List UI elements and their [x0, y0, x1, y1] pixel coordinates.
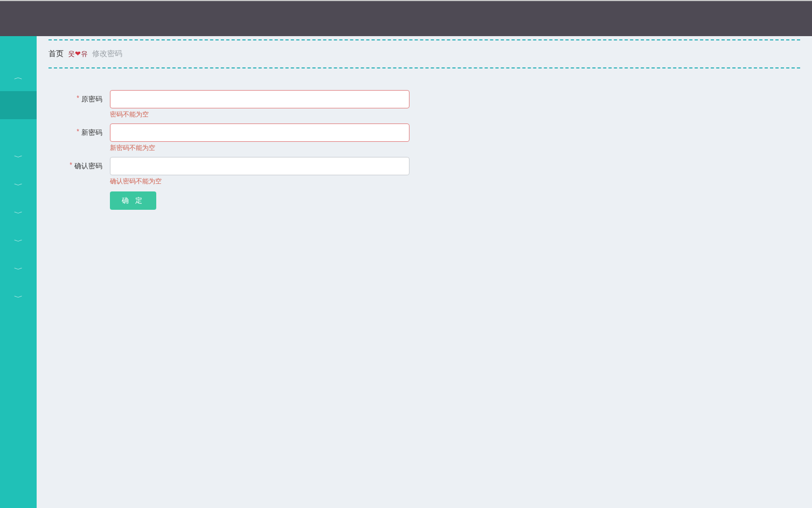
sidebar-item-7[interactable]: ﹀	[0, 255, 37, 283]
form-row-old-password: *原密码 密码不能为空	[45, 90, 800, 121]
error-old-password: 密码不能为空	[110, 111, 410, 118]
chevron-down-icon: ﹀	[14, 210, 23, 216]
breadcrumb-home[interactable]: 首页	[48, 49, 64, 59]
input-old-password[interactable]	[110, 90, 410, 108]
chevron-down-icon: ﹀	[14, 294, 23, 300]
form-submit-row: 确 定	[45, 191, 800, 210]
main-content: 首页 웃❤유 修改密码 *原密码 密码不能为空 *新密码 新密码不能为空	[37, 36, 812, 508]
sidebar-item-3[interactable]: ﹀	[0, 143, 37, 171]
input-new-password[interactable]	[110, 123, 410, 142]
sidebar-item-0[interactable]: ︿	[0, 63, 37, 91]
chevron-down-icon: ﹀	[14, 266, 23, 272]
change-password-form: *原密码 密码不能为空 *新密码 新密码不能为空 *确认密码 确认密码不能为空	[45, 90, 800, 210]
breadcrumb-bar: 首页 웃❤유 修改密码	[48, 39, 800, 68]
required-star-icon: *	[77, 128, 79, 135]
sidebar-item-4[interactable]: ﹀	[0, 171, 37, 199]
chevron-up-icon: ︿	[14, 74, 23, 80]
chevron-down-icon: ﹀	[14, 238, 23, 244]
input-confirm-password[interactable]	[110, 157, 410, 175]
submit-button[interactable]: 确 定	[110, 191, 156, 210]
form-row-confirm-password: *确认密码 确认密码不能为空	[45, 157, 800, 188]
label-old-password: *原密码	[45, 90, 110, 104]
sidebar-item-5[interactable]: ﹀	[0, 199, 37, 227]
label-confirm-password: *确认密码	[45, 157, 110, 171]
error-new-password: 新密码不能为空	[110, 144, 410, 152]
sidebar-item-6[interactable]: ﹀	[0, 227, 37, 255]
required-star-icon: *	[77, 94, 79, 102]
breadcrumb-separator-icon: 웃❤유	[68, 49, 88, 59]
form-row-new-password: *新密码 新密码不能为空	[45, 123, 800, 155]
required-star-icon: *	[70, 161, 72, 169]
top-header-bar	[0, 0, 812, 36]
sidebar-item-2[interactable]	[0, 119, 37, 143]
breadcrumb-current: 修改密码	[92, 49, 122, 59]
chevron-down-icon: ﹀	[14, 154, 23, 160]
sidebar-item-1-active[interactable]	[0, 91, 37, 119]
chevron-down-icon: ﹀	[14, 182, 23, 188]
window-top-border	[0, 0, 812, 1]
label-new-password: *新密码	[45, 123, 110, 138]
sidebar-item-8[interactable]: ﹀	[0, 283, 37, 311]
sidebar-nav: ︿ ﹀ ﹀ ﹀ ﹀ ﹀ ﹀	[0, 36, 37, 508]
error-confirm-password: 确认密码不能为空	[110, 177, 410, 185]
breadcrumb: 首页 웃❤유 修改密码	[48, 49, 800, 59]
